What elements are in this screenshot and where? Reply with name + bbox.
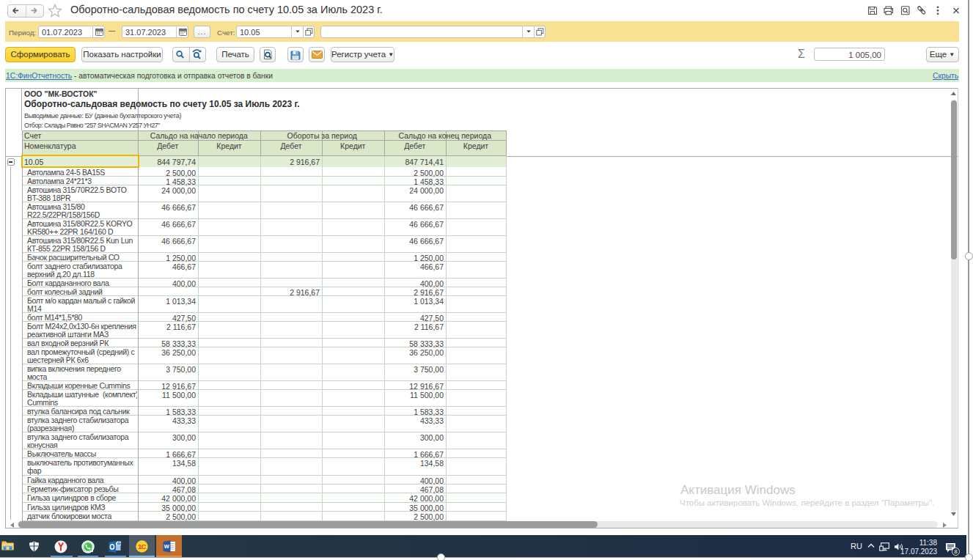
svg-text:W: W bbox=[164, 543, 170, 550]
svg-text:С: С bbox=[142, 542, 147, 550]
